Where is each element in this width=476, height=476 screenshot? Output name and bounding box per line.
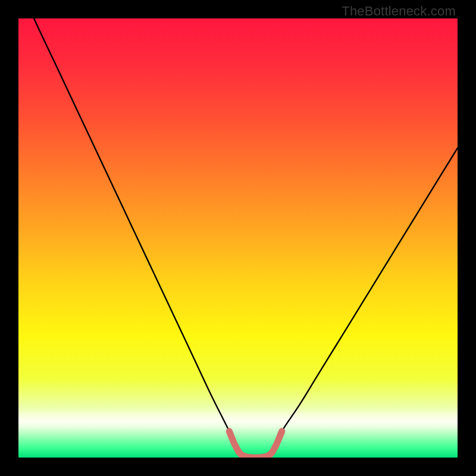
- curve-layer: [18, 18, 458, 458]
- plot-area: [18, 18, 458, 458]
- chart-frame: TheBottleneck.com: [0, 0, 476, 476]
- watermark-text: TheBottleneck.com: [342, 4, 456, 19]
- highlight-segment: [229, 431, 282, 458]
- bottleneck-curve: [18, 18, 458, 458]
